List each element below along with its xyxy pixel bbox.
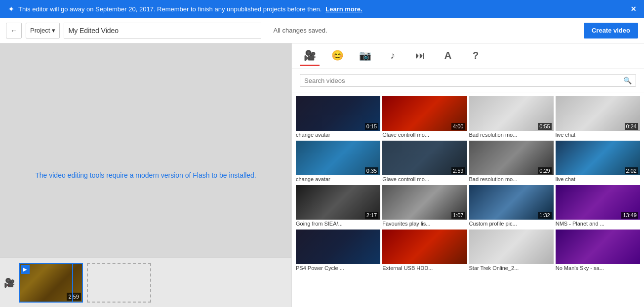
video-item-8[interactable]: 2:02 live chat [556, 141, 640, 183]
video-item-9[interactable]: 2:17 Going from SIEA/... [296, 185, 380, 228]
video-grid-wrap[interactable]: 0:15 change avatar 4:00 Glave controll m… [292, 92, 644, 307]
video-thumb: 0:29 [469, 141, 554, 175]
tab-transition[interactable]: ⏭ [410, 46, 430, 66]
search-bar: 🔍 [292, 69, 644, 92]
tab-text[interactable]: A [438, 46, 458, 66]
video-thumb: 0:35 [296, 141, 380, 175]
camera-icon: 📷 [359, 49, 371, 61]
project-dropdown[interactable]: Project ▾ [26, 23, 60, 38]
video-thumb: 2:02 [556, 141, 640, 175]
tab-camera[interactable]: 📷 [355, 46, 375, 66]
banner: ✦ This editor will go away on September … [0, 0, 644, 18]
video-thumb: 2:59 [382, 141, 467, 175]
video-thumb [469, 230, 554, 264]
video-item-1[interactable]: 0:15 change avatar [296, 96, 380, 139]
project-title-input[interactable] [64, 23, 261, 38]
video-item-10[interactable]: 1:07 Favourites play lis... [382, 185, 467, 228]
text-icon: A [444, 50, 451, 61]
video-title: live chat [556, 175, 640, 183]
video-title: External USB HDD... [382, 264, 467, 272]
tab-emoji[interactable]: 😊 [327, 46, 347, 66]
video-title: Going from SIEA/... [296, 220, 380, 228]
timeline-area: 🎥 ▶ 2:59 [0, 258, 291, 307]
banner-content: ✦ This editor will go away on September … [8, 4, 362, 14]
clip-duration-badge: 2:59 [67, 293, 81, 301]
video-thumb: 13:49 [556, 185, 640, 220]
video-item-15[interactable]: Star Trek Online_2... [469, 230, 554, 272]
flash-message: The video editing tools require a modern… [25, 161, 266, 189]
video-title: Bad resolution mo... [469, 131, 554, 139]
save-status: All changes saved. [273, 27, 579, 34]
video-duration: 0:29 [538, 167, 551, 174]
video-item-5[interactable]: 0:35 change avatar [296, 141, 380, 183]
video-item-14[interactable]: External USB HDD... [382, 230, 467, 272]
clip-video-icon: ▶ [21, 265, 30, 274]
help-icon: ? [473, 50, 479, 61]
tab-music[interactable]: ♪ [383, 46, 402, 66]
banner-text: This editor will go away on September 20… [18, 5, 322, 13]
video-thumb [382, 230, 467, 264]
video-duration: 0:55 [538, 123, 551, 130]
video-duration: 2:59 [451, 167, 465, 174]
main-area: The video editing tools require a modern… [0, 43, 644, 307]
video-duration: 1:07 [451, 212, 465, 219]
video-item-7[interactable]: 0:29 Bad resolution mo... [469, 141, 554, 183]
search-input[interactable] [304, 77, 623, 84]
video-item-12[interactable]: 13:49 NMS - Planet and ... [556, 185, 640, 228]
video-thumb: 1:32 [469, 185, 554, 220]
toolbar: ← Project ▾ All changes saved. Create vi… [0, 18, 644, 43]
video-title: Custom profile pic... [469, 220, 554, 228]
transition-icon: ⏭ [415, 50, 425, 61]
video-duration: 13:49 [621, 212, 638, 219]
banner-close-button[interactable]: × [631, 4, 636, 14]
video-title: NMS - Planet and ... [556, 220, 640, 228]
video-thumb [556, 230, 640, 264]
tab-help[interactable]: ? [466, 46, 485, 66]
create-video-button[interactable]: Create video [584, 23, 638, 38]
video-duration: 2:02 [625, 167, 638, 174]
video-item-11[interactable]: 1:32 Custom profile pic... [469, 185, 554, 228]
video-thumb: 0:15 [296, 96, 380, 131]
project-label: Project [30, 27, 50, 34]
timeline-camera-icon: 🎥 [4, 277, 15, 288]
video-thumb: 0:55 [469, 96, 554, 131]
video-title: Glave controll mo... [382, 175, 467, 183]
video-duration: 4:00 [451, 123, 465, 130]
banner-learn-more-link[interactable]: Learn more. [325, 5, 362, 13]
timeline-cursor [72, 263, 73, 303]
tab-video[interactable]: 🎥 [300, 46, 320, 66]
timeline-placeholder [87, 263, 151, 303]
video-title: live chat [556, 131, 640, 139]
video-camera-icon: 🎥 [304, 49, 316, 61]
video-item-4[interactable]: 0:24 live chat [556, 96, 640, 139]
preview-panel: The video editing tools require a modern… [0, 43, 291, 307]
music-icon: ♪ [390, 50, 395, 61]
emoji-icon: 😊 [331, 49, 344, 61]
right-panel: 🎥 😊 📷 ♪ ⏭ A ? 🔍 [291, 43, 644, 307]
video-title: No Man's Sky - sa... [556, 264, 640, 272]
video-thumb: 4:00 [382, 96, 467, 131]
video-thumb: 2:17 [296, 185, 380, 220]
video-title: change avatar [296, 131, 380, 139]
video-grid: 0:15 change avatar 4:00 Glave controll m… [296, 92, 640, 276]
project-dropdown-chevron-icon: ▾ [52, 27, 55, 34]
video-item-16[interactable]: No Man's Sky - sa... [556, 230, 640, 272]
search-icon: 🔍 [623, 77, 632, 84]
back-button[interactable]: ← [6, 23, 22, 38]
video-duration: 2:17 [365, 212, 378, 219]
video-title: Bad resolution mo... [469, 175, 554, 183]
video-item-2[interactable]: 4:00 Glave controll mo... [382, 96, 467, 139]
video-duration: 1:32 [538, 212, 551, 219]
video-title: PS4 Power Cycle ... [296, 264, 380, 272]
video-duration: 0:35 [365, 167, 378, 174]
video-thumb [296, 230, 380, 264]
video-thumb: 0:24 [556, 96, 640, 131]
video-item-3[interactable]: 0:55 Bad resolution mo... [469, 96, 554, 139]
video-item-6[interactable]: 2:59 Glave controll mo... [382, 141, 467, 183]
video-thumb: 1:07 [382, 185, 467, 220]
video-title: Star Trek Online_2... [469, 264, 554, 272]
timeline-clip[interactable]: ▶ 2:59 [19, 263, 83, 303]
video-item-13[interactable]: PS4 Power Cycle ... [296, 230, 380, 272]
video-title: Favourites play lis... [382, 220, 467, 228]
video-title: change avatar [296, 175, 380, 183]
